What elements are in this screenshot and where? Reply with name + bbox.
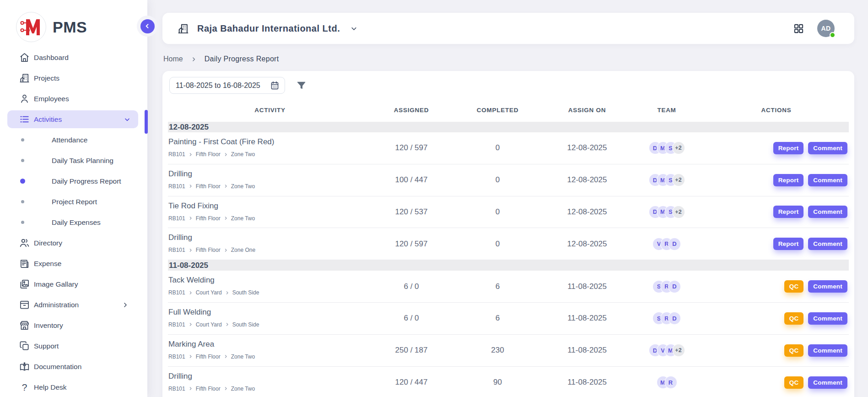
- path-segment: RB101: [168, 289, 185, 296]
- report-button[interactable]: Report: [773, 206, 804, 218]
- sidebar-item-support[interactable]: Support: [0, 336, 147, 356]
- qc-button[interactable]: QC: [784, 344, 804, 357]
- path-segment: RB101: [168, 215, 185, 222]
- activity-cell: Tack WeldingRB101Court YardSouth Side: [168, 271, 372, 302]
- user-avatar[interactable]: AD: [817, 20, 835, 37]
- group-date-label: 12-08-2025: [169, 123, 209, 132]
- path-segment: South Side: [232, 321, 259, 328]
- active-indicator-bar: [145, 110, 148, 134]
- assign-on-cell: 12-08-2025: [545, 228, 630, 260]
- calendar-icon[interactable]: [270, 81, 280, 90]
- chevron-right-icon: [189, 291, 193, 295]
- sidebar-subitem-project-report[interactable]: Project Report: [0, 191, 147, 212]
- sidebar-subitem-daily-expenses[interactable]: Daily Expenses: [0, 212, 147, 233]
- sidebar-item-activities[interactable]: Activities: [7, 110, 138, 128]
- team-extra-count[interactable]: +2: [672, 141, 685, 154]
- sidebar-subitem-label: Project Report: [52, 198, 97, 206]
- path-segment: South Side: [232, 289, 259, 296]
- assign-on-value: 12-08-2025: [567, 143, 607, 152]
- assign-on-cell: 11-08-2025: [545, 367, 630, 397]
- sidebar-item-label: Dashboard: [34, 54, 69, 62]
- qc-button[interactable]: QC: [784, 312, 804, 325]
- comment-button[interactable]: Comment: [808, 280, 847, 293]
- sidebar-item-image-gallary[interactable]: Image Gallary: [0, 274, 147, 294]
- team-extra-count[interactable]: +2: [672, 174, 685, 186]
- comment-button[interactable]: Comment: [808, 142, 847, 154]
- comment-button[interactable]: Comment: [808, 206, 847, 218]
- sidebar-item-documentation[interactable]: Documentation: [0, 356, 147, 377]
- completed-value: 0: [496, 143, 500, 152]
- team-extra-count[interactable]: +2: [672, 344, 685, 357]
- images-icon: [19, 279, 30, 289]
- team-cell: SRD: [630, 303, 704, 334]
- company-selector[interactable]: Raja Bahadur International Ltd.: [178, 23, 358, 34]
- report-button[interactable]: Report: [773, 142, 804, 154]
- copy-icon: [19, 341, 30, 351]
- sidebar-item-employees[interactable]: Employees: [0, 88, 147, 109]
- path-segment: RB101: [168, 321, 185, 328]
- chevron-right-icon: [224, 248, 228, 252]
- sidebar-item-projects[interactable]: Projects: [0, 68, 147, 88]
- sidebar-nav: DashboardProjectsEmployeesActivitiesAtte…: [0, 44, 147, 397]
- sidebar-subitem-daily-task-planning[interactable]: Daily Task Planning: [0, 150, 147, 171]
- chevron-right-icon: [224, 152, 228, 157]
- sidebar-item-directory[interactable]: Directory: [0, 233, 147, 253]
- sidebar-subitem-attendance[interactable]: Attendance: [0, 130, 147, 150]
- comment-button[interactable]: Comment: [808, 312, 847, 325]
- comment-button[interactable]: Comment: [808, 344, 847, 357]
- qc-button[interactable]: QC: [784, 376, 804, 389]
- comment-button[interactable]: Comment: [808, 238, 847, 250]
- filter-funnel-icon[interactable]: [296, 80, 307, 91]
- breadcrumb-home[interactable]: Home: [163, 55, 183, 63]
- team-avatars: MR: [657, 376, 677, 389]
- date-group-header: 12-08-2025: [168, 122, 849, 132]
- team-member-avatar[interactable]: D: [668, 280, 681, 293]
- sidebar-subitem-daily-progress-report[interactable]: Daily Progress Report: [0, 171, 147, 191]
- team-extra-count[interactable]: +2: [672, 206, 685, 218]
- activity-title: Tack Welding: [168, 275, 215, 285]
- report-button[interactable]: Report: [773, 238, 804, 250]
- chevron-right-icon: [189, 216, 193, 220]
- path-segment: Zone Two: [231, 151, 255, 158]
- sidebar-item-dashboard[interactable]: Dashboard: [0, 47, 147, 68]
- comment-button[interactable]: Comment: [808, 376, 847, 389]
- sidebar-item-expense[interactable]: Expense: [0, 253, 147, 274]
- date-range-input[interactable]: 11-08-2025 to 16-08-2025: [169, 77, 285, 94]
- team-avatars: DMS+2: [649, 174, 685, 186]
- team-member-avatar[interactable]: R: [664, 376, 677, 389]
- sidebar-collapse-button[interactable]: [140, 19, 155, 33]
- assign-on-value: 12-08-2025: [567, 239, 607, 249]
- path-segment: RB101: [168, 353, 185, 360]
- table-header-row: ACTIVITYASSIGNEDCOMPLETEDASSIGN ONTEAMAC…: [168, 102, 849, 118]
- sidebar-item-help-desk[interactable]: ?Help Desk: [0, 377, 147, 397]
- chevron-right-icon: [189, 184, 193, 188]
- column-header-completed: COMPLETED: [451, 107, 545, 114]
- activity-title: Full Welding: [168, 307, 211, 317]
- path-segment: Zone Two: [231, 183, 255, 190]
- completed-value: 90: [493, 378, 502, 387]
- apps-grid-button[interactable]: [793, 23, 804, 34]
- team-cell: VRD: [630, 228, 704, 260]
- team-member-avatar[interactable]: D: [668, 312, 681, 325]
- activity-location-path: RB101Fifth FloorZone Two: [168, 386, 255, 392]
- path-segment: Zone Two: [231, 215, 255, 222]
- sidebar-item-administration[interactable]: Administration: [0, 294, 147, 315]
- assign-on-cell: 11-08-2025: [545, 335, 630, 366]
- breadcrumb-current: Daily Progress Report: [205, 55, 279, 63]
- qc-button[interactable]: QC: [784, 280, 804, 293]
- chevron-down-icon: [350, 25, 358, 33]
- comment-button[interactable]: Comment: [808, 174, 847, 186]
- assigned-value: 100 / 447: [395, 175, 428, 185]
- sidebar-item-inventory[interactable]: Inventory: [0, 315, 147, 336]
- book-user-icon: [19, 361, 30, 372]
- activity-title: Painting - First Coat (Fire Red): [168, 136, 274, 147]
- team-member-avatar[interactable]: D: [668, 238, 681, 250]
- completed-value: 0: [496, 207, 500, 217]
- activity-title: Marking Area: [168, 339, 214, 349]
- chevron-left-icon: [144, 23, 151, 29]
- chevron-right-icon: [225, 291, 229, 295]
- assign-on-cell: 12-08-2025: [545, 164, 630, 196]
- newspaper-icon: [19, 258, 30, 269]
- column-header-activity: ACTIVITY: [168, 107, 372, 114]
- report-button[interactable]: Report: [773, 174, 804, 186]
